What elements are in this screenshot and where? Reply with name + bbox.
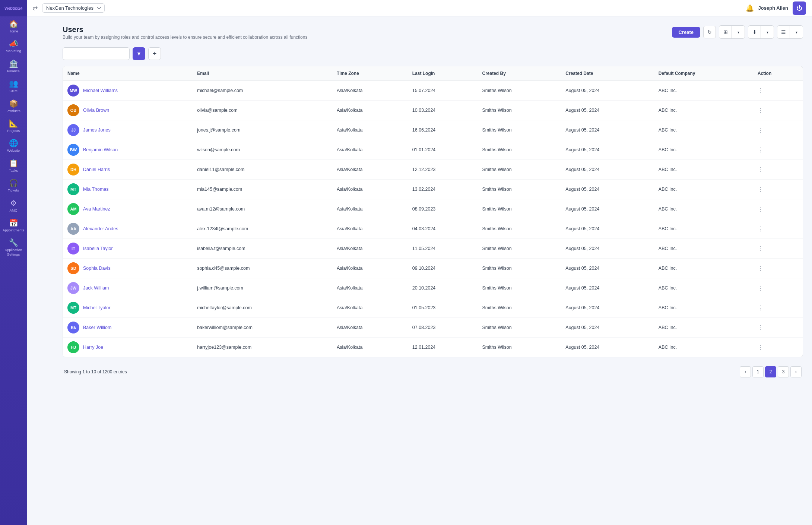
columns-dropdown-button[interactable]: ▾ bbox=[732, 26, 745, 38]
cell-email: micheltaylor@sample.com bbox=[193, 298, 332, 318]
cell-last-login: 01.05.2023 bbox=[408, 298, 478, 318]
action-menu-button[interactable]: ⋮ bbox=[758, 285, 764, 291]
user-name-cell: AA Alexander Andes bbox=[63, 219, 193, 239]
sidebar-item-crm[interactable]: 👥CRM bbox=[0, 76, 27, 96]
table-header: NameEmailTime ZoneLast LoginCreated ByCr… bbox=[63, 66, 803, 81]
user-full-name[interactable]: Daniel Harris bbox=[83, 167, 110, 172]
sidebar-item-finance[interactable]: 🏦Finance bbox=[0, 56, 27, 76]
action-menu-button[interactable]: ⋮ bbox=[758, 147, 764, 153]
user-full-name[interactable]: James Jones bbox=[83, 127, 111, 133]
action-menu-button[interactable]: ⋮ bbox=[758, 226, 764, 232]
action-menu-button[interactable]: ⋮ bbox=[758, 88, 764, 94]
transfer-icon[interactable]: ⇄ bbox=[33, 4, 38, 12]
avatar: MW bbox=[67, 85, 79, 97]
page-title: Users bbox=[63, 25, 307, 34]
pagination-prev-button[interactable]: ‹ bbox=[740, 366, 751, 377]
sidebar-item-tickets[interactable]: 🎧Tickets bbox=[0, 175, 27, 195]
user-name-cell: MW Michael Williams bbox=[63, 81, 193, 101]
user-full-name[interactable]: Alexander Andes bbox=[83, 226, 118, 231]
user-full-name[interactable]: Harry Joe bbox=[83, 345, 103, 350]
cell-timezone: Asia/Kolkata bbox=[332, 338, 408, 357]
action-menu-button[interactable]: ⋮ bbox=[758, 167, 764, 173]
user-cell: SD Sophia Davis bbox=[67, 262, 188, 274]
action-cell: ⋮ bbox=[753, 278, 803, 298]
user-full-name[interactable]: Olivia Brown bbox=[83, 108, 109, 113]
sidebar-item-app-settings[interactable]: 🔧Application Settings bbox=[0, 235, 27, 259]
user-full-name[interactable]: Baker Williom bbox=[83, 325, 111, 330]
power-button[interactable]: ⏻ bbox=[793, 1, 806, 15]
sidebar-item-appointments[interactable]: 📅Appointments bbox=[0, 215, 27, 235]
table-row: IT Isabella Taylor isabella.t@sample.com… bbox=[63, 239, 803, 259]
user-full-name[interactable]: Isabella Taylor bbox=[83, 246, 113, 251]
users-table-container: NameEmailTime ZoneLast LoginCreated ByCr… bbox=[63, 66, 803, 357]
cell-last-login: 09.10.2024 bbox=[408, 259, 478, 278]
action-menu-button[interactable]: ⋮ bbox=[758, 186, 764, 193]
table-body: MW Michael Williams michael@sample.comAs… bbox=[63, 81, 803, 357]
sidebar-item-marketing[interactable]: 📣Marketing bbox=[0, 36, 27, 56]
action-menu-button[interactable]: ⋮ bbox=[758, 246, 764, 252]
table-row: HJ Harry Joe harryjoe123@sample.comAsia/… bbox=[63, 338, 803, 357]
action-menu-button[interactable]: ⋮ bbox=[758, 305, 764, 311]
action-menu-button[interactable]: ⋮ bbox=[758, 325, 764, 331]
cell-created-by: Smiths Wilson bbox=[478, 180, 561, 199]
pagination-page-1-button[interactable]: 1 bbox=[752, 366, 764, 377]
col-header-last-login: Last Login bbox=[408, 66, 478, 81]
list-icon-button[interactable]: ☰ bbox=[777, 26, 790, 38]
cell-created-date: August 05, 2024 bbox=[561, 259, 654, 278]
action-cell: ⋮ bbox=[753, 120, 803, 140]
refresh-button[interactable]: ↻ bbox=[703, 26, 716, 38]
sidebar-item-website[interactable]: 🌐Website bbox=[0, 136, 27, 155]
create-button[interactable]: Create bbox=[672, 27, 700, 38]
sidebar-item-home[interactable]: 🏠Home bbox=[0, 16, 27, 36]
sidebar-label-appointments: Appointments bbox=[3, 228, 24, 232]
user-full-name[interactable]: Michael Williams bbox=[83, 88, 118, 93]
cell-company: ABC Inc. bbox=[654, 338, 753, 357]
user-full-name[interactable]: Benjamin Wilson bbox=[83, 147, 118, 152]
company-select[interactable]: NexGen Technologies bbox=[42, 3, 105, 13]
add-filter-button[interactable]: + bbox=[148, 47, 161, 60]
sidebar-item-products[interactable]: 📦Products bbox=[0, 96, 27, 116]
sidebar-label-crm: CRM bbox=[9, 89, 18, 93]
cell-last-login: 16.06.2024 bbox=[408, 120, 478, 140]
filter-button[interactable]: ▼ bbox=[133, 47, 145, 60]
avatar: BW bbox=[67, 144, 79, 156]
cell-created-date: August 05, 2024 bbox=[561, 81, 654, 101]
cell-company: ABC Inc. bbox=[654, 318, 753, 338]
user-cell: MT Michel Tyalor bbox=[67, 302, 188, 314]
avatar: HJ bbox=[67, 341, 79, 353]
list-button-group: ☰ ▾ bbox=[777, 25, 803, 39]
download-dropdown-button[interactable]: ▾ bbox=[761, 26, 774, 38]
action-menu-button[interactable]: ⋮ bbox=[758, 127, 764, 133]
pagination-page-3-button[interactable]: 3 bbox=[778, 366, 789, 377]
action-cell: ⋮ bbox=[753, 298, 803, 318]
action-menu-button[interactable]: ⋮ bbox=[758, 206, 764, 212]
user-full-name[interactable]: Jack William bbox=[83, 285, 109, 291]
cell-created-by: Smiths Wilson bbox=[478, 239, 561, 259]
col-header-name: Name bbox=[63, 66, 193, 81]
columns-icon-button[interactable]: ⊞ bbox=[719, 26, 732, 38]
user-full-name[interactable]: Michel Tyalor bbox=[83, 305, 110, 310]
amc-icon: ⚙ bbox=[10, 199, 17, 207]
table-row: JW Jack William j.william@sample.comAsia… bbox=[63, 278, 803, 298]
list-dropdown-button[interactable]: ▾ bbox=[790, 26, 803, 38]
download-icon-button[interactable]: ⬇ bbox=[748, 26, 761, 38]
search-input[interactable] bbox=[63, 47, 130, 60]
cell-company: ABC Inc. bbox=[654, 259, 753, 278]
projects-icon: 📐 bbox=[9, 120, 18, 127]
user-name-cell: OB Olivia Brown bbox=[63, 101, 193, 120]
user-full-name[interactable]: Mia Thomas bbox=[83, 187, 109, 192]
user-cell: JJ James Jones bbox=[67, 124, 188, 136]
marketing-icon: 📣 bbox=[9, 40, 18, 47]
action-menu-button[interactable]: ⋮ bbox=[758, 107, 764, 114]
pagination-next-button[interactable]: › bbox=[790, 366, 802, 377]
sidebar-item-tasks[interactable]: 📋Tasks bbox=[0, 156, 27, 175]
user-full-name[interactable]: Ava Martinez bbox=[83, 206, 110, 212]
action-menu-button[interactable]: ⋮ bbox=[758, 265, 764, 272]
user-full-name[interactable]: Sophia Davis bbox=[83, 266, 111, 271]
sidebar-item-projects[interactable]: 📐Projects bbox=[0, 116, 27, 136]
pagination-page-2-button[interactable]: 2 bbox=[765, 366, 776, 377]
sidebar-item-amc[interactable]: ⚙AMC bbox=[0, 196, 27, 215]
cell-company: ABC Inc. bbox=[654, 81, 753, 101]
action-menu-button[interactable]: ⋮ bbox=[758, 344, 764, 351]
notification-bell-icon[interactable]: 🔔 bbox=[746, 4, 754, 12]
